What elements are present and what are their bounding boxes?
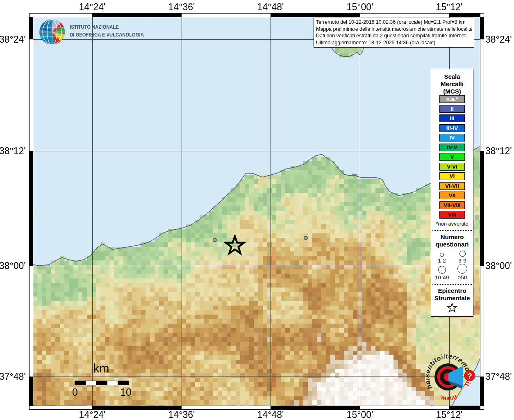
scalebar-segment	[75, 381, 86, 385]
legend-title-line: Scala	[431, 73, 473, 80]
mcs-intensity-viii: VIII	[439, 211, 465, 219]
mcs-intensity-v-vi: V-VI	[439, 163, 465, 171]
questionnaire-size-item: 3-9	[452, 251, 473, 264]
legend-title-line: questionari	[431, 241, 473, 248]
lat-label-right: 38°24'	[485, 34, 512, 45]
lat-label-right: 38°00'	[485, 260, 512, 272]
questionnaire-size-item: 1-2	[432, 251, 452, 264]
watermark-www-text: www.	[438, 394, 458, 402]
questionnaire-size-key: 1-23-910-49≥50	[431, 251, 473, 281]
legend-title-line: Strumentale	[431, 294, 473, 302]
haisentitoilterremoto-logo: haisentitoilterremoto.it www. ?	[407, 336, 489, 418]
mcs-intensity-n-a-: n.a.*	[439, 95, 465, 103]
questionnaire-size-item: 10-49	[432, 264, 452, 281]
lon-label-bottom: 14°48'	[257, 409, 284, 420]
lon-label-bottom: 14°24'	[79, 409, 106, 420]
epicenter-star-marker	[224, 235, 246, 257]
lat-label-left: 38°12'	[0, 146, 25, 157]
legend-title-line: Numero	[431, 233, 473, 241]
questionnaire-size-label: ≥50	[458, 274, 467, 281]
questionnaire-size-item: ≥50	[452, 264, 473, 281]
questionnaire-circle-icon	[457, 264, 467, 274]
lon-label-top: 14°24'	[79, 2, 106, 13]
ingv-name-line1: ISTITUTO NAZIONALE	[70, 23, 144, 31]
mcs-intensity-vi-vii: VI-VII	[439, 182, 465, 190]
info-line: Ultimo aggiornamento: 18-12-2025 14:36 (…	[316, 39, 472, 46]
info-line: Terremoto del 10-12-2016 10:02:36 (ora l…	[316, 19, 472, 26]
questionnaire-circle-icon	[459, 251, 466, 257]
earthquake-info-box: Terremoto del 10-12-2016 10:02:36 (ora l…	[314, 18, 474, 48]
questionnaire-circle-icon	[440, 253, 444, 257]
lon-label-bottom: 15°00'	[347, 409, 373, 420]
mcs-intensity-iv: IV	[439, 134, 465, 142]
info-line: Dati non verificati estratti da 2 questi…	[316, 32, 472, 39]
legend-title-line: (MCS)	[431, 88, 473, 95]
lon-label-bottom: 14°36'	[168, 409, 195, 420]
lat-label-left: 38°24'	[0, 34, 25, 45]
question-mark: ?	[467, 372, 472, 380]
mcs-intensity-iii: III	[439, 114, 465, 122]
epicenter-legend-star-icon	[446, 303, 458, 313]
legend-footnote: *non avvertito	[431, 221, 473, 227]
mcs-intensity-ii: II	[439, 105, 465, 113]
info-line: Mappa preliminare delle intensità macros…	[316, 26, 472, 33]
scalebar-segment	[86, 381, 96, 385]
mcs-intensity-v: V	[439, 153, 465, 161]
epicenter-legend-title: EpicentroStrumentale	[431, 287, 473, 302]
legend-separator	[432, 230, 472, 231]
lon-label-top: 15°00'	[347, 2, 373, 13]
questionnaires-title: Numeroquestionari	[431, 233, 473, 248]
scalebar-segment	[96, 381, 107, 385]
mcs-intensity-vii: VII	[439, 192, 465, 199]
mcs-intensity-iv-v: IV-V	[439, 144, 465, 151]
scalebar-unit-label: km	[75, 362, 128, 375]
questionnaire-circle-icon	[438, 266, 446, 274]
legend-title-line: Mercalli	[431, 80, 473, 88]
lon-label-top: 14°48'	[257, 2, 284, 13]
lat-label-left: 38°00'	[0, 260, 25, 272]
questionnaire-size-label: 10-49	[435, 274, 449, 281]
legend-separator-2	[432, 284, 472, 285]
scalebar-segment	[118, 381, 128, 385]
macroseismic-map-page: 14°24'14°24'14°36'14°36'14°48'14°48'15°0…	[0, 0, 514, 420]
scalebar-end-label: 10	[119, 386, 132, 398]
questionnaire-size-label: 1-2	[438, 258, 446, 264]
lat-label-right: 37°48'	[485, 371, 512, 382]
lon-label-top: 15°12'	[436, 2, 463, 13]
mcs-scale-items: n.a.*IIIIIIII-IVIVIV-VVV-VIVIVI-VIIVIIVI…	[431, 95, 473, 219]
mcs-intensity-vi: VI	[439, 172, 465, 180]
questionnaire-size-label: 3-9	[458, 258, 466, 264]
mcs-intensity-iii-iv: III-IV	[439, 124, 465, 132]
scalebar	[75, 381, 129, 385]
legend-title-line: Epicentro	[431, 287, 473, 294]
scalebar-start-label: 0	[70, 386, 80, 398]
ingv-name-line2: DI GEOFISICA E VULCANOLOGIA	[70, 31, 144, 39]
scalebar-segment	[107, 381, 118, 385]
legend-panel: ScalaMercalli(MCS) n.a.*IIIIIIII-IVIVIV-…	[431, 69, 473, 317]
ingv-globe-logo	[38, 18, 66, 46]
lat-label-left: 37°48'	[0, 371, 25, 382]
legend-title: ScalaMercalli(MCS)	[431, 69, 473, 95]
lon-label-top: 14°36'	[168, 2, 195, 13]
ingv-logo-text: ISTITUTO NAZIONALE DI GEOFISICA E VULCAN…	[70, 23, 144, 39]
mcs-intensity-vii-viii: VII-VIII	[439, 201, 465, 209]
lat-label-right: 38°12'	[485, 146, 512, 157]
